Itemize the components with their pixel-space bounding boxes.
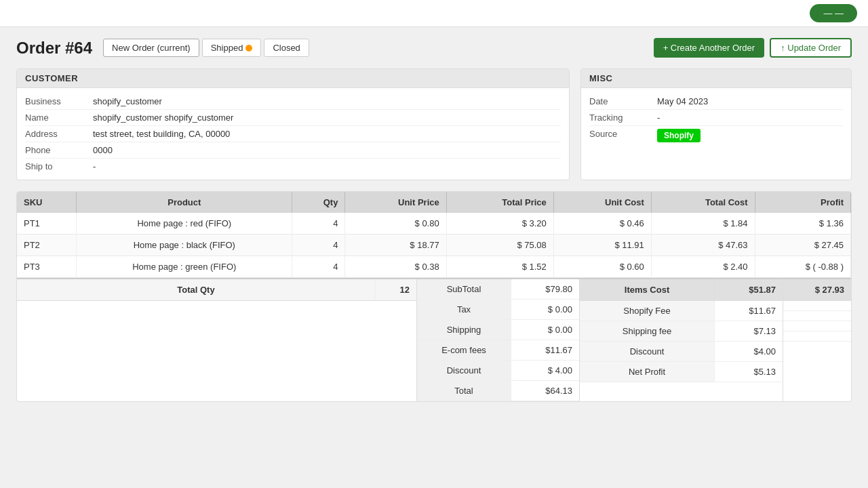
items-cost-label: Items Cost (580, 279, 715, 300)
profit-cells (783, 301, 851, 342)
items-cost-value: $51.87 (715, 279, 783, 300)
right-sum-value: $11.67 (715, 301, 783, 321)
cell-unit-cost: $ 11.91 (553, 235, 651, 256)
customer-fields: Business shopify_customer Name shopify_c… (17, 88, 569, 180)
summary-row: Shipping $ 0.00 (417, 320, 579, 340)
right-sum-label: Discount (580, 342, 715, 361)
field-label-ship-to: Ship to (25, 161, 93, 171)
cell-total-cost: $ 2.40 (651, 256, 755, 278)
cell-product: Home page : red (FIFO) (77, 213, 292, 235)
tab-closed[interactable]: Closed (264, 39, 309, 57)
page-title: Order #64 (16, 39, 92, 58)
info-section: CUSTOMER Business shopify_customer Name … (16, 68, 852, 180)
field-value-address: test street, test building, CA, 00000 (93, 129, 230, 139)
field-business: Business shopify_customer (25, 94, 561, 110)
field-value-date: May 04 2023 (657, 96, 708, 106)
field-source: Source Shopify (589, 126, 843, 145)
right-sum-label: Shopify Fee (580, 301, 715, 321)
field-tracking: Tracking - (589, 110, 843, 126)
col-profit: Profit (755, 192, 850, 213)
misc-fields: Date May 04 2023 Tracking - Source Shopi… (581, 88, 851, 150)
summary-left-rows: SubTotal $79.80 Tax $ 0.00 Shipping $ 0.… (417, 279, 579, 401)
cell-total-price: $ 75.08 (446, 235, 553, 256)
update-order-button[interactable]: ↑ Update Order (770, 38, 852, 58)
field-address: Address test street, test building, CA, … (25, 126, 561, 142)
tab-new-order[interactable]: New Order (current) (103, 39, 199, 57)
profit-column: $ 27.93 (783, 279, 851, 401)
field-value-business: shopify_customer (93, 96, 162, 106)
cell-qty: 4 (292, 213, 345, 235)
field-label-source: Source (589, 129, 657, 139)
summary-row: Tax $ 0.00 (417, 300, 579, 320)
col-total-price: Total Price (446, 192, 553, 213)
cell-sku: PT2 (17, 235, 77, 256)
summary-middle: SubTotal $79.80 Tax $ 0.00 Shipping $ 0.… (417, 279, 580, 401)
field-date: Date May 04 2023 (589, 94, 843, 110)
top-nav-button[interactable]: — — (810, 4, 857, 22)
field-value-tracking: - (657, 113, 660, 123)
summary-row-value: $ 0.00 (511, 300, 579, 319)
order-table-wrap: SKU Product Qty Unit Price Total Price U… (16, 191, 852, 402)
top-bar: — — (0, 0, 868, 27)
col-unit-cost: Unit Cost (553, 192, 651, 213)
cell-unit-price: $ 0.38 (345, 256, 446, 278)
field-phone: Phone 0000 (25, 142, 561, 159)
tab-shipped[interactable]: Shipped (202, 39, 262, 57)
tabs: New Order (current) Shipped Closed (103, 39, 309, 57)
col-product: Product (77, 192, 292, 213)
cell-qty: 4 (292, 256, 345, 278)
summary-row: Discount $ 4.00 (417, 361, 579, 381)
items-cost-section: Items Cost $51.87 Shopify Fee $11.67 Shi… (580, 279, 783, 401)
field-label-tracking: Tracking (589, 113, 657, 123)
right-sum-label: Shipping fee (580, 321, 715, 341)
cell-sku: PT3 (17, 256, 77, 278)
table-row: PT1 Home page : red (FIFO) 4 $ 0.80 $ 3.… (17, 213, 851, 235)
source-badge: Shopify (657, 129, 701, 142)
profit-cell (783, 301, 851, 311)
page-header: Order #64 New Order (current) Shipped Cl… (16, 38, 852, 58)
summary-row-value: $79.80 (511, 279, 579, 299)
summary-row-value: $ 4.00 (511, 361, 579, 380)
cell-profit: $ ( -0.88 ) (755, 256, 850, 278)
misc-section-title: MISC (581, 69, 851, 88)
table-header-row: SKU Product Qty Unit Price Total Price U… (17, 192, 851, 213)
cell-profit: $ 27.45 (755, 235, 850, 256)
cell-profit: $ 1.36 (755, 213, 850, 235)
order-table: SKU Product Qty Unit Price Total Price U… (17, 192, 851, 278)
cell-product: Home page : green (FIFO) (77, 256, 292, 278)
summary-row: Total $64.13 (417, 381, 579, 401)
profit-cell (783, 311, 851, 321)
summary-row-label: E-com fees (417, 340, 511, 360)
summary-left: Total Qty 12 (17, 279, 417, 401)
col-total-cost: Total Cost (651, 192, 755, 213)
profit-cell (783, 331, 851, 342)
field-label-date: Date (589, 96, 657, 106)
total-qty-label: Total Qty (17, 279, 376, 300)
summary-row-label: Shipping (417, 320, 511, 340)
customer-section-title: CUSTOMER (17, 69, 569, 88)
right-sum-row: Shipping fee $7.13 (580, 321, 783, 342)
table-row: PT3 Home page : green (FIFO) 4 $ 0.38 $ … (17, 256, 851, 278)
misc-card: MISC Date May 04 2023 Tracking - Source … (580, 68, 852, 180)
table-row: PT2 Home page : black (FIFO) 4 $ 18.77 $… (17, 235, 851, 256)
cell-unit-price: $ 0.80 (345, 213, 446, 235)
cell-total-price: $ 3.20 (446, 213, 553, 235)
field-ship-to: Ship to - (25, 159, 561, 174)
right-sum-value: $7.13 (715, 321, 783, 341)
total-qty-row: Total Qty 12 (17, 279, 416, 301)
create-another-order-button[interactable]: + Create Another Order (654, 38, 765, 58)
summary-right: Items Cost $51.87 Shopify Fee $11.67 Shi… (580, 279, 851, 401)
shipped-dot (245, 45, 252, 52)
cell-total-cost: $ 1.84 (651, 213, 755, 235)
cell-product: Home page : black (FIFO) (77, 235, 292, 256)
field-value-name: shopify_customer shopify_customer (93, 113, 233, 123)
cell-total-price: $ 1.52 (446, 256, 553, 278)
cell-unit-cost: $ 0.46 (553, 213, 651, 235)
col-unit-price: Unit Price (345, 192, 446, 213)
right-sum-value: $5.13 (715, 362, 783, 382)
col-qty: Qty (292, 192, 345, 213)
summary-row-label: SubTotal (417, 279, 511, 299)
cell-sku: PT1 (17, 213, 77, 235)
customer-card: CUSTOMER Business shopify_customer Name … (16, 68, 570, 180)
summary-row-label: Total (417, 381, 511, 401)
